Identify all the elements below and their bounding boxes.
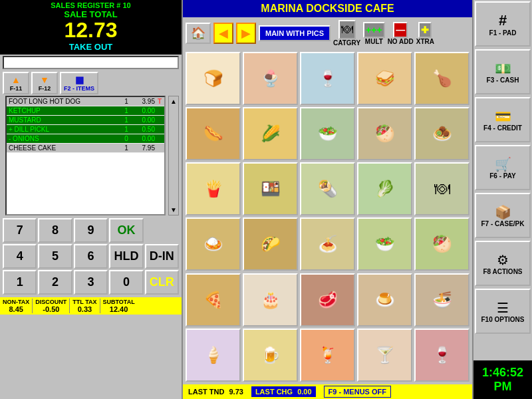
food-item[interactable]: 🥙 (357, 107, 412, 160)
food-item[interactable]: 🥩 (300, 273, 355, 327)
numpad-5-button[interactable]: 5 (38, 244, 72, 269)
item-tax: T (156, 97, 164, 106)
item-price: 0.00 (133, 134, 156, 144)
numpad-1-button[interactable]: 1 (3, 270, 37, 295)
f2-items-button[interactable]: ▦ F2 - ITEMS (60, 72, 98, 94)
numpad-3-button[interactable]: 3 (74, 270, 108, 295)
f7-casepk-button[interactable]: 📦 F7 - CASE/PK (475, 193, 531, 238)
food-item[interactable]: 🍞 (186, 52, 241, 105)
numpad-hld-button[interactable]: HLD (109, 244, 143, 269)
food-item[interactable]: 🍝 (300, 217, 355, 271)
time-display: 1:46:52 PM (473, 360, 532, 399)
last-chg-group: LAST CHG 0.00 (251, 386, 316, 397)
food-item[interactable]: 🥪 (357, 52, 412, 105)
food-item[interactable]: 🌮 (243, 217, 298, 271)
menus-off-group[interactable]: F9 - MENUS OFF (324, 386, 391, 398)
order-row[interactable]: MUSTARD 1 0.00 (7, 116, 164, 125)
food-item[interactable]: 🍽 (414, 162, 469, 215)
food-item[interactable]: 🍨 (243, 52, 298, 105)
food-image: 🎂 (244, 275, 297, 325)
food-image: 🥩 (301, 275, 354, 325)
order-row[interactable]: FOOT LONG HOT DOG 1 3.95 T (7, 97, 164, 106)
food-grid: 🍞 🍨 🍷 🥪 🍗 🌭 🌽 🥗 🥙 🧆 🍟 🍱 🌯 🥬 🍽 (183, 49, 472, 384)
prev-category-button[interactable]: ◀ (213, 23, 233, 44)
food-item[interactable]: 🍷 (414, 329, 469, 382)
food-item[interactable]: 🍦 (186, 329, 241, 382)
food-item[interactable]: 🍛 (186, 217, 241, 271)
food-item[interactable]: 🍺 (243, 329, 298, 382)
f1-pad-button[interactable]: # F1 - PAD (475, 1, 531, 47)
food-image: 🌯 (301, 164, 354, 214)
category-label[interactable]: MAIN WITH PICS (259, 25, 331, 41)
food-item[interactable]: 🍗 (414, 52, 469, 105)
food-item[interactable]: 🍜 (414, 273, 469, 327)
numpad-ok-button[interactable]: OK (109, 218, 143, 243)
no-add-group: — NO ADD (388, 22, 414, 45)
food-item[interactable]: 🍸 (357, 329, 412, 382)
xtra-button[interactable]: ✚ (418, 22, 432, 38)
item-name: CHEESE CAKE (7, 144, 120, 153)
numpad-8-button[interactable]: 8 (38, 218, 72, 243)
food-image: 🍺 (244, 330, 297, 380)
home-button[interactable]: 🏠 (186, 23, 211, 44)
food-item[interactable]: 🍟 (186, 162, 241, 215)
food-image: 🍗 (416, 53, 468, 104)
numpad-din-button[interactable]: D-IN (145, 244, 179, 269)
food-item[interactable]: 🍹 (300, 329, 355, 382)
item-price: 0.00 (133, 106, 156, 116)
scroll-indicator[interactable]: ▲ ▼ (168, 96, 179, 215)
food-image: 🥙 (358, 108, 411, 159)
order-row[interactable]: - ONIONS 0 0.00 (7, 134, 164, 144)
food-item[interactable]: 🧆 (414, 107, 469, 160)
order-row[interactable]: KETCHUP 1 0.00 (7, 106, 164, 116)
item-name: FOOT LONG HOT DOG (7, 97, 120, 106)
search-input[interactable] (3, 56, 179, 69)
f10-options-button[interactable]: ☰ F10 OPTIONS (475, 289, 531, 334)
food-item[interactable]: 🌭 (186, 107, 241, 160)
f4-credit-button[interactable]: 💳 F4 - CREDIT (475, 97, 531, 142)
food-item[interactable]: 🎂 (243, 273, 298, 327)
numpad-2-button[interactable]: 2 (38, 270, 72, 295)
ttl-tax-item: TTL TAX 0.33 (72, 299, 100, 313)
numpad-4-button[interactable]: 4 (3, 244, 37, 269)
middle-panel: MARINA DOCKSIDE CAFE 🏠 ◀ ▶ MAIN WITH PIC… (183, 0, 472, 399)
f12-button[interactable]: ▼ F-12 (31, 72, 58, 94)
food-item[interactable]: 🌽 (243, 107, 298, 160)
order-row[interactable]: CHEESE CAKE 1 7.95 (7, 144, 164, 153)
f11-button[interactable]: ▲ F-11 (3, 72, 29, 94)
order-row[interactable]: + DILL PICKL 1 0.50 (7, 125, 164, 134)
food-item[interactable]: 🍕 (186, 273, 241, 327)
food-item[interactable]: 🍮 (357, 273, 412, 327)
f3-cash-button[interactable]: 💵 F3 - CASH (475, 49, 531, 94)
numpad-6-button[interactable]: 6 (74, 244, 108, 269)
menus-off-label: F9 - MENUS OFF (329, 388, 386, 396)
catgry-button[interactable]: 🍽 (338, 20, 356, 39)
cart-icon: 🛒 (495, 156, 511, 172)
food-item[interactable]: 🍱 (243, 162, 298, 215)
food-item[interactable]: 🌯 (300, 162, 355, 215)
numpad-0-button[interactable]: 0 (109, 270, 143, 295)
numpad-clr-button[interactable]: CLR (145, 270, 179, 295)
catgry-icon: 🍽 (341, 23, 353, 37)
item-qty: 1 (120, 125, 133, 134)
numpad-7-button[interactable]: 7 (3, 218, 37, 243)
food-image: 🍦 (187, 330, 239, 380)
no-add-button[interactable]: — (393, 22, 408, 38)
food-item[interactable]: 🥙 (414, 217, 469, 271)
no-add-icon: — (396, 25, 405, 35)
food-image: 🍱 (244, 164, 297, 214)
food-item[interactable]: 🥬 (357, 162, 412, 215)
next-category-button[interactable]: ▶ (236, 23, 256, 44)
food-image: 🥙 (416, 219, 468, 269)
f6-pay-button[interactable]: 🛒 F6 - PAY (475, 145, 531, 190)
food-image: 🥗 (301, 108, 354, 159)
mult-button[interactable]: +++ (363, 22, 385, 38)
food-item[interactable]: 🥗 (357, 217, 412, 271)
f8-actions-button[interactable]: ⚙ F8 ACTIONS (475, 241, 531, 286)
food-item[interactable]: 🥗 (300, 107, 355, 160)
numpad-9-button[interactable]: 9 (74, 218, 108, 243)
right-panel: # F1 - PAD 💵 F3 - CASH 💳 F4 - CREDIT 🛒 F… (472, 0, 532, 399)
food-item[interactable]: 🍷 (300, 52, 355, 105)
actions-icon: ⚙ (497, 252, 509, 268)
item-tax (156, 125, 164, 134)
